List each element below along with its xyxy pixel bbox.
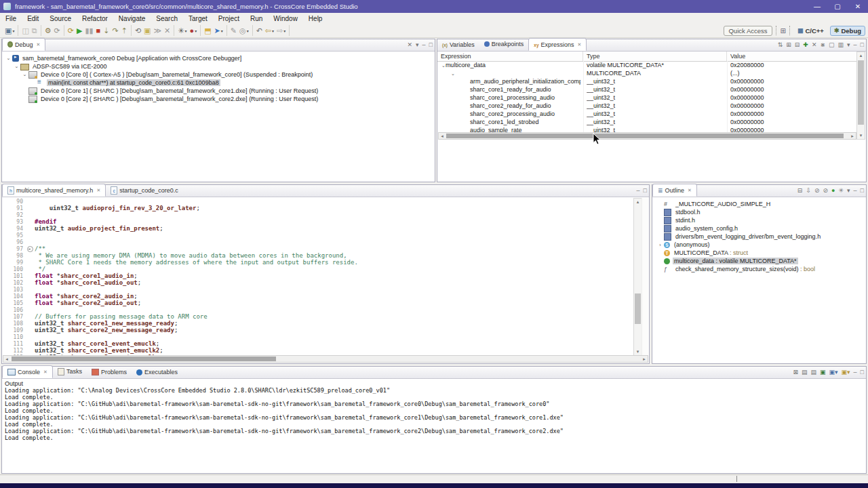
remove-all-button[interactable]: ⋇: [820, 41, 825, 49]
outline-item[interactable]: stdbool.h: [652, 208, 866, 216]
save-button[interactable]: ◫: [20, 25, 30, 36]
expression-row[interactable]: sharc_core1_processing_audio__uint32_t0x…: [437, 94, 856, 102]
scrollbar-thumb[interactable]: [12, 357, 276, 361]
open-console-button[interactable]: ▣▾: [842, 369, 850, 376]
view-menu-button[interactable]: ▾: [416, 41, 419, 49]
add-expression-button[interactable]: ✚: [803, 41, 808, 49]
debug-tree-item[interactable]: Device 0 [Core 1] ( SHARC ) [Debug\sam_b…: [2, 87, 435, 95]
view-menu-button[interactable]: ▾: [847, 187, 850, 195]
perspective-cpp-button[interactable]: ▦C/C++: [794, 26, 827, 36]
fold-collapse-icon[interactable]: [26, 246, 35, 252]
top-tab-expressions[interactable]: Expressions✕: [528, 38, 587, 51]
resume-button[interactable]: ▶: [75, 25, 83, 36]
step-return-button[interactable]: ⇡: [120, 25, 129, 36]
save-all-button[interactable]: ⧉: [31, 25, 39, 36]
expressions-v-scrollbar[interactable]: ▴▾: [856, 52, 865, 140]
expressions-h-scrollbar[interactable]: ◂▸: [438, 132, 856, 140]
mark-occurrences-button[interactable]: ◎▾: [238, 25, 250, 36]
display-selected-console-button[interactable]: ▣▾: [829, 369, 837, 376]
menu-target[interactable]: Target: [183, 15, 213, 22]
outline-item[interactable]: check_shared_memory_structure_sizes(void…: [652, 265, 866, 273]
menu-edit[interactable]: Edit: [22, 15, 44, 22]
menu-source[interactable]: Source: [44, 15, 77, 22]
clear-console-button[interactable]: ⊠: [793, 369, 798, 376]
open-perspective-button[interactable]: ⊞: [781, 27, 786, 35]
back-button[interactable]: ⇦▾: [264, 25, 275, 36]
maximize-window-button[interactable]: ▢: [827, 3, 848, 10]
expression-row[interactable]: arm_audio_peripheral_initialization_comp…: [437, 77, 856, 85]
link-with-editor-button[interactable]: ✳: [838, 187, 844, 195]
expression-row[interactable]: ⌄multicore_datavolatile MULTICORE_DATA*0…: [437, 61, 856, 69]
suspend-button[interactable]: ▮▮: [83, 25, 94, 36]
outline-item[interactable]: multicore_data : volatile MULTICORE_DATA…: [652, 257, 866, 265]
editor-tab-startup-code-core0-c[interactable]: startup_code_core0.c: [106, 184, 183, 196]
outline-item[interactable]: drivers/bm_event_logging_driver/bm_event…: [652, 232, 866, 241]
expression-row[interactable]: sharc_core1_led_strobed__uint32_t0x00000…: [437, 118, 856, 126]
layout-button[interactable]: ▥: [838, 41, 844, 49]
maximize-button[interactable]: □: [861, 41, 864, 49]
menu-navigate[interactable]: Navigate: [113, 15, 151, 22]
column-header-value[interactable]: Value: [727, 52, 857, 61]
disconnect-button[interactable]: ✕: [163, 25, 172, 36]
editor-tab-multicore-shared-memory-h[interactable]: multicore_shared_memory.h✕: [2, 184, 106, 197]
expression-row[interactable]: sharc_core1_ready_for_audio__uint32_t0x0…: [437, 85, 856, 94]
scrollbar-thumb[interactable]: [635, 293, 641, 324]
collapse-all-button[interactable]: ⊟: [795, 41, 800, 49]
minimize-window-button[interactable]: —: [807, 3, 827, 10]
quick-access-button[interactable]: Quick Access: [724, 26, 772, 36]
debug-tree-item[interactable]: ⌄ADSP-SC589 via ICE-2000: [2, 62, 435, 70]
column-divider[interactable]: [583, 61, 584, 132]
editor-h-scrollbar[interactable]: ◂▸: [3, 355, 648, 363]
view-tab-outline[interactable]: Outline✕: [652, 184, 697, 197]
minimize-button[interactable]: –: [854, 41, 857, 49]
minimize-button[interactable]: –: [637, 187, 640, 195]
expression-row[interactable]: audio_sample_rate__uint32_t0x00000000: [437, 126, 856, 132]
expression-row[interactable]: sharc_core2_processing_audio__uint32_t0x…: [437, 110, 856, 118]
clean-button[interactable]: ⟳: [53, 25, 62, 36]
maximize-button[interactable]: □: [644, 187, 647, 195]
reset-button[interactable]: ⟲: [134, 25, 142, 36]
expand-arrow-icon[interactable]: ⌄: [21, 72, 28, 77]
build-button[interactable]: ⚙: [43, 25, 53, 36]
scrollbar-thumb[interactable]: [446, 134, 844, 138]
close-tab-icon[interactable]: ✕: [96, 188, 100, 193]
scrollbar-thumb[interactable]: [858, 60, 864, 125]
close-window-button[interactable]: ✕: [848, 3, 868, 10]
view-tab-executables[interactable]: Executables: [132, 367, 182, 378]
view-tab-tasks[interactable]: Tasks: [53, 366, 87, 378]
minimize-button[interactable]: –: [422, 41, 426, 49]
debug-configurations-button[interactable]: ✳▾: [176, 25, 188, 36]
expand-arrow-icon[interactable]: ⌄: [451, 71, 455, 76]
column-header-type[interactable]: Type: [583, 52, 727, 61]
terminate-button[interactable]: ■: [95, 25, 102, 36]
maximize-button[interactable]: □: [429, 41, 433, 49]
remove-all-terminated-button[interactable]: ✕: [407, 41, 412, 49]
restart-button[interactable]: ⟳: [66, 25, 75, 36]
menu-file[interactable]: File: [0, 15, 22, 22]
hide-fields-button[interactable]: ⊘: [814, 187, 820, 195]
launch-button[interactable]: ➤▾: [213, 25, 224, 36]
debug-tree-item[interactable]: ⌄sam_baremetal_framework_core0 Debug [Ap…: [2, 54, 435, 62]
show-logical-structure-button[interactable]: ⊞: [786, 41, 791, 49]
resume-without-signal-button[interactable]: ≫: [153, 25, 163, 36]
pin-console-button[interactable]: ▣: [820, 369, 826, 376]
minimize-button[interactable]: –: [854, 369, 857, 376]
debug-tree-item[interactable]: main(int, const char**) at startup_code_…: [2, 79, 435, 87]
new-view-button[interactable]: ▢: [829, 41, 835, 49]
column-header-expression[interactable]: Expression: [437, 52, 583, 61]
open-element-button[interactable]: ⬒: [203, 25, 212, 36]
top-tab-breakpoints[interactable]: Breakpoints: [479, 38, 529, 49]
outline-item[interactable]: ›(anonymous): [652, 241, 866, 249]
outline-item[interactable]: _MULTICORE_AUDIO_SIMPLE_H: [652, 200, 866, 208]
restart-target-button[interactable]: ▣: [142, 25, 152, 36]
step-into-button[interactable]: ⇣: [102, 25, 111, 36]
menu-window[interactable]: Window: [268, 15, 303, 22]
view-tab-console[interactable]: Console✕: [2, 365, 53, 378]
expand-arrow-icon[interactable]: ⌄: [13, 64, 20, 69]
outline-item[interactable]: audio_system_config.h: [652, 224, 866, 232]
debug-tab-debug[interactable]: Debug✕: [2, 38, 45, 51]
hide-non-public-button[interactable]: ●: [831, 187, 835, 195]
sort-button[interactable]: ⇩: [806, 187, 811, 195]
step-over-button[interactable]: ↷: [111, 25, 119, 36]
close-tab-icon[interactable]: ✕: [688, 188, 692, 193]
